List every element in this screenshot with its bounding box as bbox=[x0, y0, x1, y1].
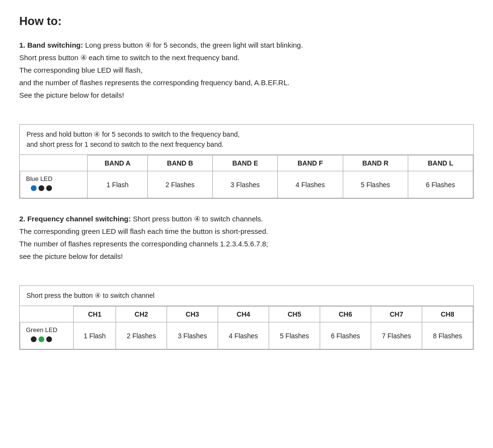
band-table-content: BAND A BAND B BAND E BAND F BAND R BAND … bbox=[20, 155, 473, 198]
band-table-header-row: BAND A BAND B BAND E BAND F BAND R BAND … bbox=[20, 155, 473, 171]
band-val-a: 1 Flash bbox=[88, 171, 148, 198]
ch-val-6: 6 Flashes bbox=[320, 322, 371, 349]
band-val-e: 3 Flashes bbox=[213, 171, 278, 198]
page-title: How to: bbox=[19, 14, 474, 28]
band-val-f: 4 Flashes bbox=[278, 171, 343, 198]
band-table-header: Press and hold button ④ for 5 seconds to… bbox=[20, 125, 473, 155]
band-col-r: BAND R bbox=[343, 155, 408, 171]
section2-line2: The corresponding green LED will flash e… bbox=[19, 226, 474, 237]
channel-table-content: CH1 CH2 CH3 CH4 CH5 CH6 CH7 CH8 Green LE… bbox=[20, 306, 473, 349]
ch-col-7: CH7 bbox=[371, 307, 422, 322]
band-val-b: 2 Flashes bbox=[147, 171, 212, 198]
band-val-r: 5 Flashes bbox=[343, 171, 408, 198]
blue-dot-2 bbox=[39, 185, 44, 191]
section1-line1: 1. Band switching: Long press button ④ f… bbox=[19, 39, 474, 51]
blue-dot-3 bbox=[46, 185, 52, 191]
band-col-a: BAND A bbox=[88, 155, 148, 171]
ch-col-6: CH6 bbox=[320, 307, 371, 322]
channel-table-data-row: Green LED 1 Flash 2 Flashes 3 Flashes 4 … bbox=[20, 322, 473, 349]
band-led-header-cell bbox=[20, 155, 88, 171]
band-col-f: BAND F bbox=[278, 155, 343, 171]
band-col-l: BAND L bbox=[408, 155, 473, 171]
green-dot-2 bbox=[39, 336, 44, 342]
section1-line5: See the picture below for details! bbox=[19, 90, 474, 101]
section-band-switching: 1. Band switching: Long press button ④ f… bbox=[19, 39, 474, 101]
section-channel-switching: 2. Frequency channel switching: Short pr… bbox=[19, 213, 474, 262]
section1-heading-rest: Long press button ④ for 5 seconds, the g… bbox=[83, 41, 303, 49]
section2-heading-bold: 2. Frequency channel switching: bbox=[19, 215, 131, 223]
green-dot-1 bbox=[31, 336, 37, 342]
section2-line1: 2. Frequency channel switching: Short pr… bbox=[19, 213, 474, 225]
band-table-data-row: Blue LED 1 Flash 2 Flashes 3 Flashes 4 F… bbox=[20, 171, 473, 198]
ch-col-4: CH4 bbox=[218, 307, 269, 322]
band-col-b: BAND B bbox=[147, 155, 212, 171]
section2-line4: see the picture below for details! bbox=[19, 251, 474, 262]
section1-line4: and the number of flashes represents the… bbox=[19, 77, 474, 89]
section1-heading-bold: 1. Band switching: bbox=[19, 41, 83, 49]
channel-table-header-text: Short press the button ④ to switch chann… bbox=[26, 292, 155, 299]
channel-table-header: Short press the button ④ to switch chann… bbox=[20, 286, 473, 306]
band-col-e: BAND E bbox=[213, 155, 278, 171]
ch-col-5: CH5 bbox=[269, 307, 320, 322]
band-table-header-line1: Press and hold button ④ for 5 seconds to… bbox=[26, 130, 240, 138]
ch-val-7: 7 Flashes bbox=[371, 322, 422, 349]
blue-dot-1 bbox=[31, 185, 37, 191]
band-led-cell: Blue LED bbox=[20, 171, 88, 198]
section1-line3: The corresponding blue LED will flash, bbox=[19, 64, 474, 76]
section2-line3: The number of flashes represents the cor… bbox=[19, 238, 474, 250]
channel-table: Short press the button ④ to switch chann… bbox=[19, 285, 474, 350]
section2-heading-rest: Short press button ④ to switch channels. bbox=[131, 215, 263, 223]
ch-col-2: CH2 bbox=[116, 307, 167, 322]
band-table-header-line2: and short press for 1 second to switch t… bbox=[26, 141, 223, 148]
channel-table-header-row: CH1 CH2 CH3 CH4 CH5 CH6 CH7 CH8 bbox=[20, 307, 473, 322]
ch-col-8: CH8 bbox=[422, 307, 473, 322]
channel-led-label: Green LED bbox=[26, 326, 57, 333]
ch-val-2: 2 Flashes bbox=[116, 322, 167, 349]
channel-led-cell: Green LED bbox=[20, 322, 74, 349]
ch-col-3: CH3 bbox=[167, 307, 218, 322]
channel-led-header-cell bbox=[20, 307, 74, 322]
ch-val-8: 8 Flashes bbox=[422, 322, 473, 349]
green-dot-3 bbox=[46, 336, 52, 342]
ch-val-1: 1 Flash bbox=[74, 322, 116, 349]
band-table: Press and hold button ④ for 5 seconds to… bbox=[19, 124, 474, 199]
section1-line2: Short press button ④ each time to switch… bbox=[19, 52, 474, 64]
band-val-l: 6 Flashes bbox=[408, 171, 473, 198]
ch-val-5: 5 Flashes bbox=[269, 322, 320, 349]
ch-col-1: CH1 bbox=[74, 307, 116, 322]
band-led-label: Blue LED bbox=[26, 175, 52, 182]
ch-val-3: 3 Flashes bbox=[167, 322, 218, 349]
ch-val-4: 4 Flashes bbox=[218, 322, 269, 349]
